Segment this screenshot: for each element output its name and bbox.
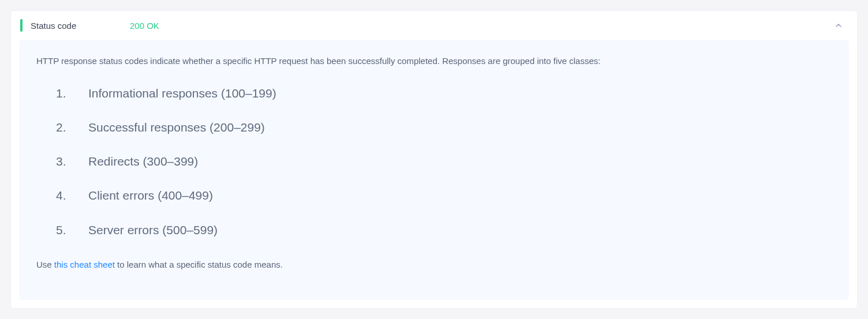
status-code-panel: Status code 200 OK HTTP response status … bbox=[10, 10, 858, 309]
footer-prefix: Use bbox=[36, 260, 54, 269]
accent-bar bbox=[20, 19, 23, 32]
list-number: 3. bbox=[56, 153, 88, 169]
list-number: 4. bbox=[56, 187, 88, 203]
intro-text: HTTP response status codes indicate whet… bbox=[36, 55, 832, 68]
list-item: 1. Informational responses (100–199) bbox=[56, 85, 832, 101]
panel-body: HTTP response status codes indicate whet… bbox=[19, 40, 849, 300]
list-number: 2. bbox=[56, 119, 88, 135]
list-item-text: Client errors (400–499) bbox=[88, 187, 213, 203]
list-number: 1. bbox=[56, 85, 88, 101]
footer-suffix: to learn what a specific status code mea… bbox=[115, 260, 283, 269]
panel-header[interactable]: Status code 200 OK bbox=[11, 11, 857, 40]
header-label: Status code bbox=[31, 21, 130, 31]
list-item-text: Server errors (500–599) bbox=[88, 222, 218, 238]
list-number: 5. bbox=[56, 222, 88, 238]
list-item-text: Redirects (300–399) bbox=[88, 153, 198, 169]
chevron-up-icon bbox=[835, 22, 842, 29]
status-classes-list: 1. Informational responses (100–199) 2. … bbox=[56, 85, 832, 238]
list-item: 3. Redirects (300–399) bbox=[56, 153, 832, 169]
list-item-text: Informational responses (100–199) bbox=[88, 85, 276, 101]
list-item: 4. Client errors (400–499) bbox=[56, 187, 832, 203]
list-item-text: Successful responses (200–299) bbox=[88, 119, 265, 135]
header-value: 200 OK bbox=[130, 21, 159, 31]
footer-text: Use this cheat sheet to learn what a spe… bbox=[36, 260, 832, 269]
list-item: 2. Successful responses (200–299) bbox=[56, 119, 832, 135]
cheat-sheet-link[interactable]: this cheat sheet bbox=[54, 260, 115, 269]
list-item: 5. Server errors (500–599) bbox=[56, 222, 832, 238]
